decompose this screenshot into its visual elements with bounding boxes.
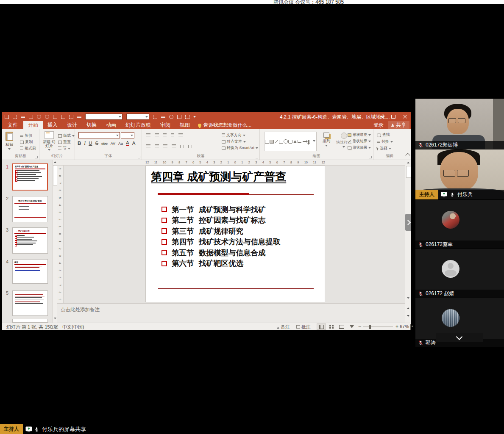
align-left-icon[interactable] (146, 144, 150, 148)
dialog-launcher-icon[interactable] (256, 156, 258, 158)
bullet-list-icon[interactable] (146, 133, 150, 137)
share-button[interactable]: 共享 (388, 121, 409, 129)
align-text-button[interactable]: 对齐文本 (222, 139, 246, 144)
paste-button[interactable]: 粘贴 (6, 132, 13, 150)
zoom-in-button[interactable]: + (395, 323, 398, 329)
textbox-shape-icon[interactable] (265, 140, 269, 144)
slide-thumbnail-5[interactable] (12, 290, 48, 316)
comments-toggle[interactable]: 批注 (296, 324, 311, 330)
collapse-panel-button[interactable] (436, 333, 483, 342)
undo-icon[interactable] (37, 115, 41, 119)
shape-outline-button[interactable]: 形状轮廓 (348, 139, 371, 144)
print-preview-icon[interactable] (21, 115, 25, 119)
increase-indent-icon[interactable] (171, 133, 174, 137)
smartart-button[interactable]: 转换为 SmartArt (222, 145, 258, 151)
arrange-button[interactable]: 排列 (319, 133, 334, 147)
shapes-more-icon[interactable] (313, 140, 315, 142)
right-arrow-shape-icon[interactable] (303, 141, 306, 142)
tell-me-box[interactable]: 告诉我您想要做什么... (195, 121, 255, 129)
down-arrow-shape-icon[interactable] (308, 140, 309, 143)
new-slide-icon[interactable] (61, 115, 65, 119)
font-color-icon[interactable] (161, 115, 165, 119)
slide-thumbnail-6[interactable] (12, 319, 48, 323)
font-size-combo[interactable] (121, 132, 134, 138)
scroll-down-icon[interactable] (54, 318, 56, 319)
underline-button[interactable]: U (89, 141, 92, 146)
qat-customize-icon[interactable] (193, 116, 196, 118)
qat-font-name-combo[interactable] (85, 113, 123, 120)
rounded-rect-shape-icon[interactable] (288, 140, 292, 144)
rectangle-shape-icon[interactable] (279, 140, 283, 144)
shape-effects-button[interactable]: 形状效果 (348, 145, 371, 150)
meeting-panel-expand-handle[interactable] (405, 214, 411, 231)
slide-sorter-view-button[interactable] (327, 323, 336, 330)
participant-tile[interactable]: 026172郑远博 (415, 99, 504, 149)
zoom-icon[interactable] (169, 115, 173, 119)
tab-file[interactable]: 文件 (2, 121, 23, 129)
tab-transitions[interactable]: 切换 (82, 121, 101, 129)
scrollbar-thumb[interactable] (53, 165, 57, 185)
zoom-slider-thumb[interactable] (369, 325, 371, 329)
justify-icon[interactable] (172, 144, 176, 148)
select-button[interactable]: 选择 (377, 146, 391, 151)
participant-tile[interactable]: 主持人 付乐兵 (415, 149, 504, 200)
dialog-launcher-icon[interactable] (138, 156, 140, 158)
align-right-icon[interactable] (163, 144, 167, 148)
numbered-list-icon[interactable] (155, 133, 159, 137)
columns-icon[interactable] (180, 145, 184, 148)
qat-font-size-combo[interactable] (126, 113, 149, 120)
thumbnail-scrollbar[interactable] (52, 160, 57, 323)
normal-view-button[interactable] (317, 323, 326, 330)
scroll-up-icon[interactable] (54, 161, 56, 163)
line-spacing-icon[interactable] (178, 133, 183, 137)
oval-shape-icon[interactable] (284, 139, 288, 144)
highlight-button[interactable]: A (132, 141, 136, 146)
save-icon[interactable] (29, 115, 33, 119)
char-spacing-button[interactable]: AV (111, 141, 115, 146)
signin-button[interactable]: 登录 (373, 122, 384, 129)
restore-button[interactable] (387, 112, 399, 121)
line-shape-icon[interactable] (275, 140, 278, 143)
align-icon[interactable] (177, 115, 181, 119)
zoom-level[interactable]: 67% (400, 324, 409, 329)
new-file-icon[interactable] (13, 115, 17, 119)
shadow-button[interactable]: S (95, 141, 98, 146)
minimize-button[interactable] (376, 112, 387, 121)
language-indicator[interactable]: 中文(中国) (62, 324, 84, 330)
format-painter-icon[interactable] (153, 115, 157, 119)
fit-to-window-button[interactable] (410, 325, 411, 330)
bold-button[interactable]: B (78, 141, 81, 146)
zoom-slider[interactable] (363, 326, 393, 327)
section-button[interactable]: 节 (58, 146, 70, 151)
tab-insert[interactable]: 插入 (43, 121, 62, 129)
strikethrough-button[interactable]: abc (101, 141, 108, 146)
replace-button[interactable]: 替换 (377, 139, 393, 144)
group-icon[interactable] (185, 115, 189, 119)
collapse-ribbon-icon[interactable] (405, 153, 410, 158)
font-name-combo[interactable] (78, 132, 120, 138)
reset-button[interactable]: 重置 (58, 139, 71, 145)
slideshow-view-button[interactable] (347, 323, 356, 330)
spacing-icon[interactable] (77, 115, 81, 119)
main-scrollbar[interactable] (405, 160, 411, 323)
tab-review[interactable]: 审阅 (156, 121, 175, 129)
layout-button[interactable]: 版式 (58, 133, 75, 138)
reading-view-button[interactable] (337, 323, 346, 330)
slide-thumbnail-3[interactable]: 一、控矿因素分析 (12, 227, 48, 254)
redo-icon[interactable] (45, 115, 49, 119)
scrollbar-thumb[interactable] (406, 166, 411, 178)
find-button[interactable]: 查找 (377, 132, 390, 138)
shape-fill-button[interactable]: 形状填充 (348, 133, 371, 138)
notes-toggle[interactable]: 备注 (277, 324, 290, 330)
next-slide-icon[interactable] (407, 315, 409, 317)
italic-button[interactable]: I (84, 141, 86, 146)
shapes-gallery[interactable] (264, 132, 317, 151)
notes-pane[interactable]: 点击此处添加备注 (57, 303, 405, 323)
elbow-connector-icon[interactable] (298, 140, 301, 143)
cut-button[interactable]: 剪切 (20, 133, 32, 138)
new-slide-button[interactable]: 新建 幻灯片 (42, 131, 56, 151)
tab-home[interactable]: 开始 (23, 121, 43, 129)
tab-animations[interactable]: 动画 (101, 121, 121, 129)
change-case-button[interactable]: Aa (118, 141, 123, 146)
tab-slideshow[interactable]: 幻灯片放映 (121, 121, 156, 129)
